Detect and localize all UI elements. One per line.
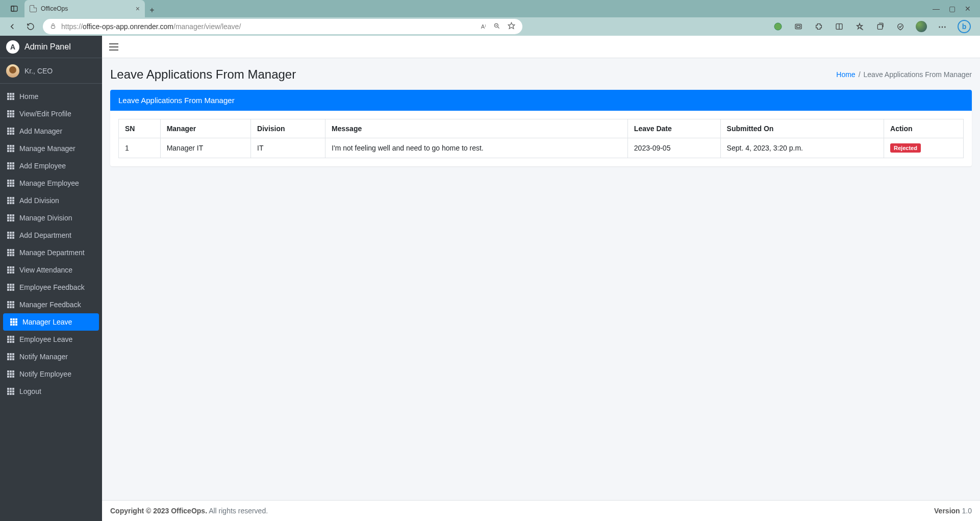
sidebar-item[interactable]: Home (0, 88, 102, 105)
back-button[interactable] (6, 20, 18, 33)
sidebar-item[interactable]: Notify Employee (0, 365, 102, 383)
sidebar-item[interactable]: Add Division (0, 192, 102, 209)
grid-icon (7, 370, 14, 378)
sidebar-item[interactable]: Logout (0, 383, 102, 400)
sidebar-item[interactable]: Employee Feedback (0, 279, 102, 296)
sidebar-item[interactable]: Manage Department (0, 244, 102, 261)
favorites-icon[interactable] (855, 21, 865, 32)
grid-icon (7, 249, 14, 256)
sidebar-item-label: Logout (19, 387, 41, 395)
sidebar-item-label: Add Manager (19, 127, 62, 135)
grid-icon (7, 110, 14, 117)
maximize-icon[interactable]: ▢ (949, 5, 956, 13)
url-field[interactable]: https://office-ops-app.onrender.com/mana… (43, 19, 522, 34)
sidebar-item-label: Manage Manager (19, 144, 76, 153)
sidebar-item-label: Manage Division (19, 214, 72, 222)
card-body: SNManagerDivisionMessageLeave DateSubmit… (110, 111, 972, 166)
collections-icon[interactable] (875, 21, 885, 32)
close-window-icon[interactable]: ✕ (965, 5, 971, 13)
table-cell-action: Rejected (884, 138, 964, 158)
sidebar-item[interactable]: View/Edit Profile (0, 105, 102, 122)
performance-icon[interactable] (895, 21, 906, 32)
zoom-icon[interactable] (493, 22, 500, 31)
read-aloud-icon[interactable]: A⁾ (481, 23, 486, 30)
sidebar-item-label: View Attendance (19, 266, 72, 274)
footer-right: Version 1.0 (934, 507, 972, 515)
hamburger-icon[interactable] (109, 43, 118, 51)
sidebar-item-label: View/Edit Profile (19, 110, 71, 118)
grid-icon (7, 284, 14, 291)
status-badge[interactable]: Rejected (890, 143, 921, 153)
more-icon[interactable]: ⋯ (937, 21, 947, 32)
svg-marker-6 (508, 22, 515, 29)
user-name: Kr., CEO (24, 67, 53, 75)
refresh-button[interactable] (24, 20, 37, 33)
sidebar-item[interactable]: Add Department (0, 227, 102, 244)
breadcrumb: Home / Leave Applications From Manager (836, 70, 972, 79)
sidebar-item[interactable]: Manage Employee (0, 175, 102, 192)
brand-title: Admin Panel (24, 42, 71, 52)
grid-icon (7, 301, 14, 308)
split-icon[interactable] (834, 21, 844, 32)
grid-icon (7, 353, 14, 360)
table-header-cell: SN (119, 119, 161, 138)
lock-icon (50, 23, 56, 31)
page-icon (30, 5, 37, 12)
svg-point-7 (774, 23, 782, 30)
grid-icon (7, 336, 14, 343)
sidebar-item-label: Home (19, 92, 38, 101)
brand[interactable]: A Admin Panel (0, 36, 102, 58)
sidebar-item-label: Employee Leave (19, 335, 72, 343)
breadcrumb-home[interactable]: Home (836, 70, 855, 79)
browser-tab[interactable]: OfficeOps × (24, 0, 145, 17)
footer-copyright-rest: All rights reserved. (207, 507, 268, 515)
sidebar-item-label: Manage Employee (19, 179, 79, 187)
user-avatar-icon (6, 64, 19, 78)
sidebar-item[interactable]: Notify Manager (0, 348, 102, 365)
extension-icon[interactable] (773, 21, 783, 32)
sidebar-item[interactable]: Add Employee (0, 157, 102, 175)
table-cell: Manager IT (160, 138, 250, 158)
media-icon[interactable] (793, 21, 803, 32)
table-body: 1Manager ITITI'm not feeling well and ne… (119, 138, 964, 158)
svg-rect-2 (52, 26, 55, 28)
sidebar-item-label: Add Division (19, 196, 59, 205)
leave-table: SNManagerDivisionMessageLeave DateSubmit… (118, 119, 964, 158)
svg-rect-1 (11, 6, 14, 11)
sidebar-item[interactable]: Manage Manager (0, 140, 102, 157)
sidebar-item[interactable]: View Attendance (0, 261, 102, 279)
sidebar-item[interactable]: Manager Feedback (0, 296, 102, 313)
table-cell: Sept. 4, 2023, 3:20 p.m. (720, 138, 884, 158)
puzzle-icon[interactable] (814, 21, 824, 32)
tab-actions-icon[interactable] (4, 0, 24, 17)
sidebar-item[interactable]: Add Manager (0, 122, 102, 140)
table-header-cell: Submitted On (720, 119, 884, 138)
favorite-icon[interactable] (508, 22, 515, 31)
sidebar-nav: HomeView/Edit ProfileAdd ManagerManage M… (0, 84, 102, 404)
new-tab-button[interactable]: + (145, 3, 159, 17)
main: Leave Applications From Manager Home / L… (102, 36, 980, 521)
footer-version-value: 1.0 (960, 507, 972, 515)
bing-icon[interactable]: b (958, 20, 971, 33)
sidebar-item[interactable]: Employee Leave (0, 331, 102, 348)
grid-icon (7, 128, 14, 135)
content-header: Leave Applications From Manager Home / L… (102, 58, 980, 87)
sidebar-item-label: Add Employee (19, 162, 66, 170)
sidebar-user[interactable]: Kr., CEO (0, 58, 102, 84)
minimize-icon[interactable]: — (933, 5, 940, 13)
page-title: Leave Applications From Manager (110, 67, 296, 82)
sidebar-item-label: Manager Feedback (19, 301, 81, 309)
sidebar-item[interactable]: Manager Leave (3, 313, 99, 331)
table-header-cell: Message (325, 119, 628, 138)
svg-rect-0 (11, 6, 17, 11)
table-header-row: SNManagerDivisionMessageLeave DateSubmit… (119, 119, 964, 138)
close-tab-icon[interactable]: × (136, 5, 140, 13)
tab-title: OfficeOps (41, 5, 68, 12)
sidebar-item-label: Employee Feedback (19, 283, 85, 291)
grid-icon (7, 266, 14, 274)
svg-marker-12 (857, 23, 863, 29)
sidebar-item[interactable]: Manage Division (0, 209, 102, 227)
profile-avatar[interactable] (916, 21, 927, 32)
topbar (102, 36, 980, 58)
card-header: Leave Applications From Manager (110, 90, 972, 111)
